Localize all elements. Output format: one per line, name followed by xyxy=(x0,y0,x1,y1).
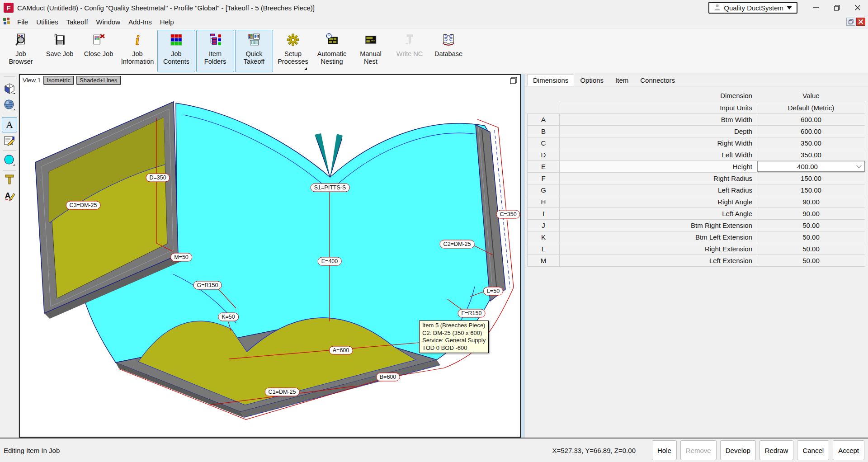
dimension-value[interactable]: 150.00 xyxy=(757,172,865,184)
dimension-row-i: ILeft Angle90.00 xyxy=(527,207,865,219)
minimize-button[interactable] xyxy=(806,0,826,15)
menu-utilities[interactable]: Utilities xyxy=(32,17,62,27)
cascade-windows-icon[interactable] xyxy=(510,77,517,85)
write-nc-icon xyxy=(403,33,416,48)
shaded-view-icon xyxy=(4,99,15,112)
dimension-annotation[interactable]: S1=PITTS-S xyxy=(311,184,350,192)
restore-button[interactable] xyxy=(826,0,847,15)
menu-takeoff[interactable]: Takeoff xyxy=(62,17,92,27)
dimension-annotation[interactable]: D=350 xyxy=(146,174,170,182)
job-browser-icon xyxy=(14,33,28,48)
dimension-value[interactable]: 400.00 xyxy=(757,160,865,172)
tab-options[interactable]: Options xyxy=(574,74,609,86)
annotations-button[interactable]: A xyxy=(2,117,17,132)
dimension-label: Btm Left Extension xyxy=(560,231,757,243)
dimension-label: Left Extension xyxy=(560,255,757,267)
window-title: CAMduct (Untitled8) - Config "Quality Sh… xyxy=(17,4,315,12)
database-button[interactable]: Database xyxy=(429,30,467,72)
save-job-button[interactable]: Save Job xyxy=(41,30,79,72)
insulation-button[interactable] xyxy=(2,153,17,168)
panel-splitter[interactable] xyxy=(521,74,524,438)
dimension-value[interactable]: 350.00 xyxy=(757,137,865,149)
table-header-row: Dimension Value xyxy=(527,90,865,102)
dimension-label: Btm Right Extension xyxy=(560,219,757,231)
cancel-button[interactable]: Cancel xyxy=(797,440,829,460)
develop-button[interactable]: Develop xyxy=(720,440,756,460)
row-letter: F xyxy=(527,172,560,184)
profile-selector-button[interactable]: Quality DuctSystem xyxy=(708,2,797,14)
height-value-combobox[interactable]: 400.00 xyxy=(757,161,865,172)
dimension-annotation[interactable]: B=600 xyxy=(376,373,400,382)
edit-item-button[interactable] xyxy=(2,133,17,149)
dimension-annotation[interactable]: C1=DM-25 xyxy=(265,388,300,396)
shaded-lines-button[interactable]: Shaded+Lines xyxy=(76,76,121,85)
close-job-button[interactable]: Close Job xyxy=(80,30,118,72)
row-letter: C xyxy=(527,137,560,149)
dimension-value[interactable]: 90.00 xyxy=(757,207,865,219)
dimension-annotation[interactable]: L=50 xyxy=(483,287,503,296)
dimension-annotation[interactable]: C2=DM-25 xyxy=(440,240,475,249)
tooltip-line: TOD 0 BOD -600 xyxy=(422,344,486,352)
dimension-annotation[interactable]: G=R150 xyxy=(193,281,222,290)
dimension-annotation[interactable]: K=50 xyxy=(218,313,239,321)
setup-processes-icon xyxy=(286,33,300,48)
isometric-view-button[interactable] xyxy=(2,81,17,97)
tab-connectors[interactable]: Connectors xyxy=(634,74,681,86)
dimension-annotation[interactable]: C=350 xyxy=(496,210,520,219)
tooltip-line: Service: General Supply xyxy=(422,337,486,344)
drawing-viewport[interactable]: View 1 Isometric Shaded+Lines xyxy=(19,74,521,438)
dropdown-caret-icon xyxy=(787,6,792,9)
job-contents-button[interactable]: Job Contents xyxy=(157,30,195,72)
dimension-row-input-units: Input UnitsDefault (Metric) xyxy=(527,102,865,113)
duct-3d-drawing[interactable] xyxy=(20,75,520,437)
dimension-value[interactable]: 600.00 xyxy=(757,113,865,125)
quick-takeoff-button[interactable]: Quick Takeoff xyxy=(235,30,273,72)
dimension-label: Right Extension xyxy=(560,243,757,255)
toolbar-separator xyxy=(3,115,16,115)
dimension-value[interactable]: 600.00 xyxy=(757,125,865,137)
dimension-value[interactable]: 50.00 xyxy=(757,231,865,243)
manual-nest-button[interactable]: Manual Nest xyxy=(352,30,390,72)
dimension-value[interactable]: 90.00 xyxy=(757,196,865,207)
job-information-button[interactable]: iJob Information xyxy=(118,30,156,72)
takeoff-sprite-icon xyxy=(3,17,10,26)
dimension-label: Left Width xyxy=(560,149,757,160)
mdi-close-button[interactable] xyxy=(856,18,865,26)
job-browser-label: Job Browser xyxy=(3,50,39,66)
dimension-value[interactable]: 50.00 xyxy=(757,255,865,267)
dimension-annotation[interactable]: F=R150 xyxy=(458,309,486,318)
close-button[interactable] xyxy=(847,0,868,15)
edit-text-button[interactable]: A xyxy=(2,189,17,204)
dimension-value[interactable]: 150.00 xyxy=(757,184,865,196)
dimension-annotation[interactable]: M=50 xyxy=(170,253,192,262)
job-browser-button[interactable]: Job Browser xyxy=(2,30,40,72)
dimension-value[interactable]: 350.00 xyxy=(757,149,865,160)
item-folders-button[interactable]: Item Folders xyxy=(196,30,234,72)
dimension-value[interactable]: 50.00 xyxy=(757,243,865,255)
tab-dimensions[interactable]: Dimensions xyxy=(527,74,574,86)
dimension-value[interactable]: 50.00 xyxy=(757,219,865,231)
tab-item[interactable]: Item xyxy=(609,74,634,86)
menu-add-ins[interactable]: Add-Ins xyxy=(124,17,156,27)
toolbar-grip[interactable] xyxy=(4,76,15,78)
annotations-icon: A xyxy=(4,118,15,132)
setup-processes-button[interactable]: Setup Processes xyxy=(274,30,312,72)
menu-help[interactable]: Help xyxy=(156,17,178,27)
menu-window[interactable]: Window xyxy=(92,17,124,27)
isometric-view-icon xyxy=(4,83,15,96)
dimension-value[interactable]: Default (Metric) xyxy=(757,102,865,113)
menu-file[interactable]: File xyxy=(13,17,32,27)
chevron-down-icon[interactable] xyxy=(856,163,861,168)
accept-button[interactable]: Accept xyxy=(833,440,864,460)
hole-button[interactable]: Hole xyxy=(652,440,677,460)
redraw-button[interactable]: Redraw xyxy=(760,440,794,460)
dimension-annotation[interactable]: A=600 xyxy=(329,346,353,355)
dimension-annotation[interactable]: C3=DM-25 xyxy=(66,201,101,210)
hammer-tool-button[interactable] xyxy=(2,172,17,188)
mdi-restore-button[interactable] xyxy=(846,18,855,26)
automatic-nesting-button[interactable]: Automatic Nesting xyxy=(313,30,351,72)
isometric-view-button[interactable]: Isometric xyxy=(43,76,74,85)
dimension-annotation[interactable]: E=400 xyxy=(318,257,342,266)
shaded-view-button[interactable] xyxy=(2,98,17,113)
svg-text:i: i xyxy=(136,33,139,47)
